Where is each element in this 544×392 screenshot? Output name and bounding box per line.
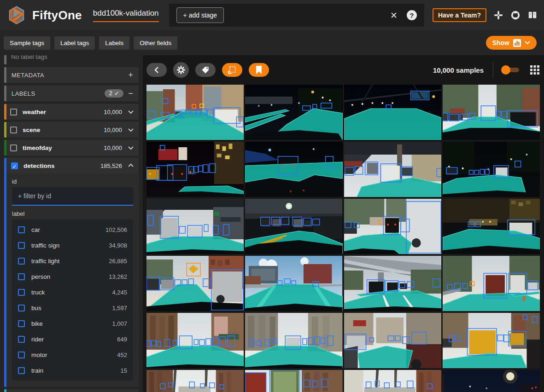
label-row-rider[interactable]: rider649 [12,331,133,347]
sample-thumbnail-night-tunnel-cars[interactable] [245,199,342,254]
sample-thumbnail-day-winter-2[interactable] [344,370,441,392]
metadata-section-header[interactable]: METADATA + [4,67,139,83]
chevron-up-icon[interactable] [128,162,134,169]
field-row-weather[interactable]: weather10,000 [4,104,139,120]
label-row-traffic-sign[interactable]: traffic sign34,908 [12,237,133,253]
sample-thumbnail-night-highway[interactable] [245,85,342,140]
sample-thumbnail-night-moon[interactable] [443,370,540,392]
github-icon[interactable] [510,10,521,20]
show-button[interactable]: Show [486,36,537,50]
detections-checkbox[interactable]: ✓ [11,162,18,169]
label-count: 34,908 [109,242,127,249]
tab-labels[interactable]: Labels [99,36,129,50]
sample-thumbnail-night-underpass-car[interactable] [443,199,540,254]
sample-thumbnail-day-winter-street[interactable] [146,370,244,392]
bookmark-button[interactable] [249,63,269,77]
slider-knob[interactable] [501,65,510,75]
label-name: bike [31,320,43,327]
label-checkbox[interactable] [18,336,25,343]
field-name: timeofday [23,144,52,151]
label-count: 1,597 [112,305,127,311]
label-checkbox[interactable] [18,305,25,311]
label-checkbox[interactable] [18,320,25,327]
stage-search-bar[interactable]: + add stage ✕ ? [169,4,424,27]
add-stage-button[interactable]: + add stage [176,7,224,23]
collapse-minus-icon[interactable]: − [128,89,133,98]
label-count: 26,885 [109,258,127,265]
label-checkbox[interactable] [18,273,25,280]
sample-thumbnail-night-tree-street[interactable] [443,142,540,197]
sample-thumbnail-day-maroon-foreground[interactable] [344,313,441,368]
sample-thumbnail-night-bridge[interactable] [344,85,441,140]
field-checkbox[interactable] [10,127,17,133]
histogram-icon [513,39,521,47]
label-row-motor[interactable]: motor452 [12,347,133,363]
sample-thumbnail-day-residential-van[interactable] [443,85,540,140]
tab-label-tags[interactable]: Label tags [54,36,95,50]
have-a-team-button[interactable]: Have a Team? [433,8,486,22]
label-row-car[interactable]: car102,506 [12,222,133,237]
label-row-train[interactable]: train15 [12,363,133,378]
sample-thumbnail-day-brick-suv[interactable] [146,256,244,311]
label-count: 15 [121,367,127,374]
label-row-bike[interactable]: bike1,007 [12,316,133,331]
samples-count: 10,000 samples [433,66,484,74]
labels-label: LABELS [12,90,35,97]
settings-button[interactable] [173,62,189,78]
polylines-field-group: ✓ polylines 93,711 [4,389,139,392]
field-row-polylines[interactable]: ✓ polylines 93,711 [6,389,139,392]
patches-button[interactable] [222,63,242,77]
sample-thumbnail-day-under-elevated[interactable] [344,142,441,197]
field-checkbox[interactable] [10,109,17,115]
field-row-detections[interactable]: ✓ detections 185,526 [6,158,139,173]
label-checkbox[interactable] [18,258,25,265]
sample-thumbnail-day-stone-street[interactable] [245,313,342,368]
docs-icon[interactable] [527,10,538,20]
label-count: 4,245 [112,289,127,296]
sample-thumbnail-night-car-ahead[interactable] [245,142,342,197]
id-filter-input[interactable] [12,187,133,206]
sample-thumbnail-day-bridge-road[interactable] [245,256,342,311]
sample-thumbnail-day-street-white-van[interactable] [146,85,244,140]
tag-samples-button[interactable] [195,63,216,77]
labels-count-badge: 2✓ [105,89,124,98]
field-count: 10,000 [104,144,122,151]
help-icon[interactable]: ? [407,10,417,20]
sample-thumbnail-day-brownstone-van[interactable] [146,313,244,368]
field-checkbox[interactable] [10,144,17,151]
bookmark-icon [255,66,263,74]
chevron-down-icon[interactable] [128,109,134,115]
labels-section-header[interactable]: LABELS 2✓ − [4,86,139,101]
slack-icon[interactable] [493,10,503,20]
label-row-person[interactable]: person13,262 [12,269,133,284]
sample-thumbnail-day-elevated-bus[interactable] [146,199,244,254]
sample-thumbnail-day-green-billboard[interactable] [245,370,342,392]
label-checkbox[interactable] [18,352,25,358]
label-checkbox[interactable] [18,226,25,233]
label-name: rider [31,336,44,343]
sample-thumbnail-day-overpass-cars[interactable] [344,256,441,311]
label-row-truck[interactable]: truck4,245 [12,284,133,300]
field-row-scene[interactable]: scene10,000 [4,122,139,138]
label-row-bus[interactable]: bus1,597 [12,300,133,316]
expand-plus-icon[interactable]: + [128,71,133,79]
sample-thumbnail-day-maroon-truck[interactable] [443,256,540,311]
chevron-down-icon [525,41,530,45]
grid-zoom-slider[interactable] [503,68,519,72]
sample-thumbnail-day-taxi[interactable] [443,313,540,368]
label-checkbox[interactable] [18,242,25,249]
tab-sample-tags[interactable]: Sample tags [4,36,50,50]
sample-thumbnail-night-city-billboards[interactable] [146,142,244,197]
show-button-label: Show [492,39,509,46]
field-row-timeofday[interactable]: timeofday10,000 [4,140,139,156]
chevron-down-icon[interactable] [128,127,134,133]
chevron-down-icon[interactable] [128,144,134,151]
back-button[interactable] [146,63,167,77]
tab-other-fields[interactable]: Other fields [134,36,177,50]
close-icon[interactable]: ✕ [390,10,398,21]
grid-icon[interactable] [530,65,539,75]
sample-thumbnail-day-white-suv[interactable] [344,199,441,254]
label-checkbox[interactable] [18,289,25,296]
label-row-traffic-light[interactable]: traffic light26,885 [12,253,133,269]
label-checkbox[interactable] [18,367,25,374]
